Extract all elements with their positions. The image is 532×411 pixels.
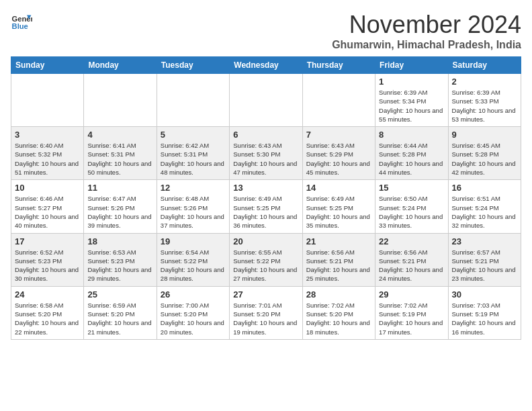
day-number: 26 (161, 289, 226, 300)
calendar-cell: 11Sunrise: 6:47 AM Sunset: 5:26 PM Dayli… (84, 180, 157, 233)
day-info: Sunrise: 6:49 AM Sunset: 5:25 PM Dayligh… (233, 194, 298, 230)
day-number: 15 (379, 183, 444, 193)
calendar-cell: 24Sunrise: 6:58 AM Sunset: 5:20 PM Dayli… (11, 286, 84, 339)
calendar-cell: 9Sunrise: 6:45 AM Sunset: 5:28 PM Daylig… (448, 127, 521, 180)
day-info: Sunrise: 6:42 AM Sunset: 5:31 PM Dayligh… (161, 141, 226, 177)
day-info: Sunrise: 7:00 AM Sunset: 5:20 PM Dayligh… (161, 301, 226, 336)
day-info: Sunrise: 6:39 AM Sunset: 5:34 PM Dayligh… (379, 88, 444, 124)
calendar-week-row: 17Sunrise: 6:52 AM Sunset: 5:23 PM Dayli… (11, 233, 521, 286)
month-title: November 2024 (332, 11, 521, 39)
col-header-wednesday: Wednesday (230, 57, 302, 74)
day-info: Sunrise: 6:56 AM Sunset: 5:21 PM Dayligh… (306, 248, 371, 283)
day-number: 2 (452, 77, 517, 87)
calendar-cell: 10Sunrise: 6:46 AM Sunset: 5:27 PM Dayli… (11, 180, 84, 233)
day-info: Sunrise: 6:40 AM Sunset: 5:32 PM Dayligh… (15, 141, 80, 177)
day-info: Sunrise: 6:49 AM Sunset: 5:25 PM Dayligh… (306, 194, 371, 230)
col-header-sunday: Sunday (11, 57, 84, 74)
logo: General Blue (11, 11, 32, 32)
col-header-tuesday: Tuesday (157, 57, 229, 74)
col-header-saturday: Saturday (448, 57, 521, 74)
day-info: Sunrise: 6:55 AM Sunset: 5:22 PM Dayligh… (233, 248, 298, 283)
calendar-cell: 20Sunrise: 6:55 AM Sunset: 5:22 PM Dayli… (230, 233, 302, 286)
calendar-cell (11, 74, 84, 127)
day-info: Sunrise: 7:02 AM Sunset: 5:19 PM Dayligh… (379, 301, 444, 336)
title-block: November 2024 Ghumarwin, Himachal Prades… (332, 11, 521, 51)
calendar-cell: 27Sunrise: 7:01 AM Sunset: 5:20 PM Dayli… (230, 286, 302, 339)
calendar-cell: 8Sunrise: 6:44 AM Sunset: 5:28 PM Daylig… (375, 127, 448, 180)
day-info: Sunrise: 7:02 AM Sunset: 5:20 PM Dayligh… (306, 301, 371, 336)
day-number: 14 (306, 183, 371, 193)
day-number: 29 (379, 289, 444, 300)
day-number: 27 (233, 289, 298, 300)
day-number: 5 (161, 130, 226, 140)
day-info: Sunrise: 6:56 AM Sunset: 5:21 PM Dayligh… (379, 248, 444, 283)
day-info: Sunrise: 6:39 AM Sunset: 5:33 PM Dayligh… (452, 88, 517, 124)
day-number: 25 (87, 289, 152, 300)
calendar-week-row: 10Sunrise: 6:46 AM Sunset: 5:27 PM Dayli… (11, 180, 521, 233)
day-number: 24 (15, 289, 80, 300)
calendar-cell: 29Sunrise: 7:02 AM Sunset: 5:19 PM Dayli… (375, 286, 448, 339)
col-header-monday: Monday (84, 57, 157, 74)
day-number: 16 (452, 183, 517, 193)
day-number: 28 (306, 289, 371, 300)
day-info: Sunrise: 6:43 AM Sunset: 5:30 PM Dayligh… (233, 141, 298, 177)
calendar-week-row: 3Sunrise: 6:40 AM Sunset: 5:32 PM Daylig… (11, 127, 521, 180)
day-info: Sunrise: 7:03 AM Sunset: 5:19 PM Dayligh… (452, 301, 517, 336)
calendar-cell: 14Sunrise: 6:49 AM Sunset: 5:25 PM Dayli… (302, 180, 375, 233)
calendar-cell: 4Sunrise: 6:41 AM Sunset: 5:31 PM Daylig… (84, 127, 157, 180)
day-info: Sunrise: 6:59 AM Sunset: 5:20 PM Dayligh… (87, 301, 152, 336)
calendar-cell: 13Sunrise: 6:49 AM Sunset: 5:25 PM Dayli… (230, 180, 302, 233)
day-number: 21 (306, 236, 371, 246)
calendar-header-row: SundayMondayTuesdayWednesdayThursdayFrid… (11, 57, 521, 74)
calendar-cell: 15Sunrise: 6:50 AM Sunset: 5:24 PM Dayli… (375, 180, 448, 233)
day-info: Sunrise: 6:51 AM Sunset: 5:24 PM Dayligh… (452, 194, 517, 230)
calendar-cell (302, 74, 375, 127)
calendar-cell: 22Sunrise: 6:56 AM Sunset: 5:21 PM Dayli… (375, 233, 448, 286)
logo-icon: General Blue (11, 11, 32, 32)
col-header-thursday: Thursday (302, 57, 375, 74)
calendar-cell: 18Sunrise: 6:53 AM Sunset: 5:23 PM Dayli… (84, 233, 157, 286)
day-number: 17 (15, 236, 80, 246)
calendar-cell: 26Sunrise: 7:00 AM Sunset: 5:20 PM Dayli… (157, 286, 229, 339)
day-number: 11 (87, 183, 152, 193)
day-number: 18 (87, 236, 152, 246)
day-info: Sunrise: 6:44 AM Sunset: 5:28 PM Dayligh… (379, 141, 444, 177)
calendar-cell: 12Sunrise: 6:48 AM Sunset: 5:26 PM Dayli… (157, 180, 229, 233)
calendar-week-row: 1Sunrise: 6:39 AM Sunset: 5:34 PM Daylig… (11, 74, 521, 127)
day-info: Sunrise: 6:48 AM Sunset: 5:26 PM Dayligh… (161, 194, 226, 230)
calendar-cell: 7Sunrise: 6:43 AM Sunset: 5:29 PM Daylig… (302, 127, 375, 180)
calendar-cell: 6Sunrise: 6:43 AM Sunset: 5:30 PM Daylig… (230, 127, 302, 180)
calendar-cell: 17Sunrise: 6:52 AM Sunset: 5:23 PM Dayli… (11, 233, 84, 286)
location-subtitle: Ghumarwin, Himachal Pradesh, India (332, 39, 521, 51)
calendar-cell: 21Sunrise: 6:56 AM Sunset: 5:21 PM Dayli… (302, 233, 375, 286)
day-info: Sunrise: 6:52 AM Sunset: 5:23 PM Dayligh… (15, 248, 80, 283)
calendar-cell: 3Sunrise: 6:40 AM Sunset: 5:32 PM Daylig… (11, 127, 84, 180)
day-number: 7 (306, 130, 371, 140)
day-number: 9 (452, 130, 517, 140)
calendar-cell: 23Sunrise: 6:57 AM Sunset: 5:21 PM Dayli… (448, 233, 521, 286)
day-info: Sunrise: 6:53 AM Sunset: 5:23 PM Dayligh… (87, 248, 152, 283)
calendar-cell: 5Sunrise: 6:42 AM Sunset: 5:31 PM Daylig… (157, 127, 229, 180)
day-info: Sunrise: 6:50 AM Sunset: 5:24 PM Dayligh… (379, 194, 444, 230)
calendar-cell: 2Sunrise: 6:39 AM Sunset: 5:33 PM Daylig… (448, 74, 521, 127)
day-number: 10 (15, 183, 80, 193)
calendar-cell (157, 74, 229, 127)
day-number: 1 (379, 77, 444, 87)
day-number: 8 (379, 130, 444, 140)
day-number: 3 (15, 130, 80, 140)
calendar-cell: 1Sunrise: 6:39 AM Sunset: 5:34 PM Daylig… (375, 74, 448, 127)
day-info: Sunrise: 6:46 AM Sunset: 5:27 PM Dayligh… (15, 194, 80, 230)
calendar-cell (84, 74, 157, 127)
calendar-table: SundayMondayTuesdayWednesdayThursdayFrid… (11, 56, 521, 340)
calendar-cell: 19Sunrise: 6:54 AM Sunset: 5:22 PM Dayli… (157, 233, 229, 286)
day-info: Sunrise: 7:01 AM Sunset: 5:20 PM Dayligh… (233, 301, 298, 336)
day-number: 19 (161, 236, 226, 246)
calendar-cell: 16Sunrise: 6:51 AM Sunset: 5:24 PM Dayli… (448, 180, 521, 233)
svg-text:Blue: Blue (12, 22, 28, 30)
day-info: Sunrise: 6:57 AM Sunset: 5:21 PM Dayligh… (452, 248, 517, 283)
col-header-friday: Friday (375, 57, 448, 74)
page-header: General Blue November 2024 Ghumarwin, Hi… (11, 11, 521, 51)
day-number: 23 (452, 236, 517, 246)
day-info: Sunrise: 6:43 AM Sunset: 5:29 PM Dayligh… (306, 141, 371, 177)
calendar-cell: 28Sunrise: 7:02 AM Sunset: 5:20 PM Dayli… (302, 286, 375, 339)
